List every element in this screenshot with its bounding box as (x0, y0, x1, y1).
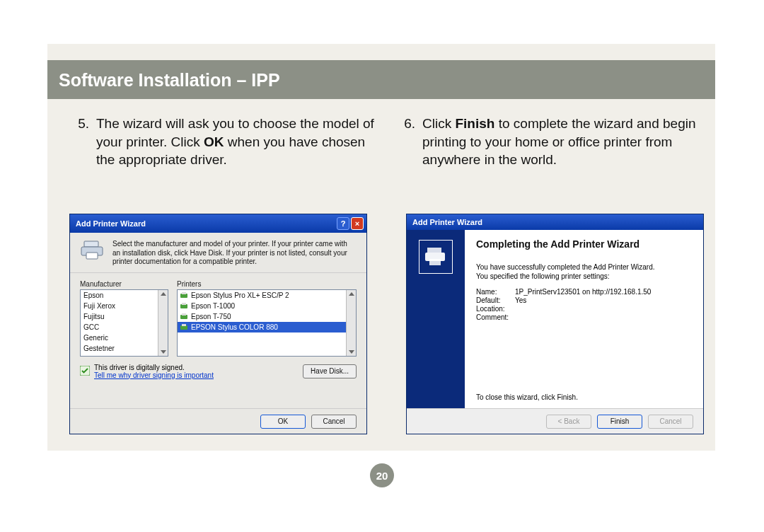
property-name: Location: (476, 305, 515, 313)
printer-model-icon (180, 323, 189, 330)
dialog-a-button-row: OK Cancel (70, 408, 366, 434)
step-6-bold: Finish (455, 116, 494, 131)
svg-rect-6 (182, 303, 186, 305)
page-number: 20 (376, 470, 388, 482)
printer-wizard-icon (419, 240, 453, 274)
add-printer-dialog-select: Add Printer Wizard ? × Select the manufa… (69, 214, 367, 434)
svg-rect-14 (429, 259, 441, 265)
manufacturer-item[interactable]: GCC (81, 322, 168, 332)
signed-check-icon (80, 366, 90, 377)
svg-rect-2 (86, 253, 98, 259)
dialog-a-lists: Manufacturer EpsonFuji XeroxFujitsuGCCGe… (70, 273, 366, 359)
svg-rect-10 (182, 324, 186, 326)
svg-rect-4 (182, 292, 186, 294)
manufacturer-label: Manufacturer (80, 280, 168, 288)
scrollbar[interactable] (346, 290, 356, 356)
dialog-a-title: Add Printer Wizard (76, 219, 146, 228)
add-printer-dialog-complete: Add Printer Wizard Completing the Add Pr… (406, 214, 704, 434)
signed-text: This driver is digitally signed. (94, 364, 214, 371)
dialog-b-body: Completing the Add Printer Wizard You ha… (407, 230, 703, 408)
property-row: Location: (476, 305, 692, 313)
dialog-b-main: Completing the Add Printer Wizard You ha… (465, 230, 703, 408)
ok-button[interactable]: OK (260, 415, 306, 429)
manufacturer-item[interactable]: Gestetner (81, 343, 168, 354)
dialog-b-button-row: < Back Finish Cancel (407, 408, 703, 434)
dialog-b-heading: Completing the Add Printer Wizard (476, 238, 692, 251)
printer-item[interactable]: EPSON Stylus COLOR 880 (178, 322, 356, 332)
step-5-number: 5. (71, 115, 96, 169)
svg-rect-12 (427, 248, 441, 253)
scrollbar[interactable] (158, 290, 168, 356)
manufacturer-item[interactable]: Epson (81, 290, 168, 301)
dialog-b-sidebar (407, 230, 465, 408)
have-disk-button[interactable]: Have Disk... (303, 364, 357, 378)
cancel-button[interactable]: Cancel (311, 415, 357, 429)
printer-item[interactable]: Epson T-750 (178, 311, 356, 322)
step-6-text: Click Finish to complete the wizard and … (422, 115, 707, 169)
property-name: Comment: (476, 313, 515, 321)
printers-list[interactable]: Epson Stylus Pro XL+ ESC/P 2Epson T-1000… (177, 289, 357, 357)
step-6: 6. Click Finish to complete the wizard a… (397, 115, 707, 169)
back-button[interactable]: < Back (546, 415, 591, 429)
step-6-number: 6. (397, 115, 422, 169)
dialog-a-titlebar[interactable]: Add Printer Wizard ? × (70, 214, 366, 233)
printers-label: Printers (177, 280, 357, 288)
property-name: Name: (476, 288, 515, 296)
signed-row: This driver is digitally signed. Tell me… (70, 359, 366, 381)
printer-model-icon (180, 291, 189, 299)
section-title-bar: Software Installation – IPP (47, 60, 715, 99)
cancel-button[interactable]: Cancel (648, 415, 693, 429)
printer-item-label: EPSON Stylus COLOR 880 (191, 322, 278, 332)
manufacturer-item[interactable]: Generic (81, 332, 168, 343)
printer-item-label: Epson T-1000 (191, 301, 235, 311)
printer-properties-table: Name:1P_PrintServ123501 on http://192.16… (476, 288, 692, 322)
signing-info-link[interactable]: Tell me why driver signing is important (94, 371, 214, 379)
property-row: Comment: (476, 313, 692, 321)
printers-column: Printers Epson Stylus Pro XL+ ESC/P 2Eps… (177, 280, 357, 357)
property-value: 1P_PrintServ123501 on http://192.168.1.5… (515, 288, 651, 296)
help-icon[interactable]: ? (337, 217, 349, 230)
section-title: Software Installation – IPP (59, 70, 280, 90)
dialog-b-titlebar[interactable]: Add Printer Wizard (407, 214, 703, 230)
dialog-a-intro-row: Select the manufacturer and model of you… (70, 233, 366, 273)
property-row: Default:Yes (476, 296, 692, 304)
svg-rect-8 (182, 313, 186, 316)
printer-icon (80, 240, 105, 261)
step-5-text: The wizard will ask you to choose the mo… (96, 115, 381, 169)
dialog-row: Add Printer Wizard ? × Select the manufa… (69, 214, 710, 434)
finish-button[interactable]: Finish (597, 415, 642, 429)
dialog-b-close-text: To close this wizard, click Finish. (476, 393, 692, 408)
printer-item[interactable]: Epson Stylus Pro XL+ ESC/P 2 (178, 290, 356, 301)
dialog-b-title: Add Printer Wizard (412, 218, 482, 226)
property-name: Default: (476, 296, 515, 304)
step-5-bold: OK (204, 134, 224, 149)
step-6-pre: Click (422, 116, 455, 131)
property-row: Name:1P_PrintServ123501 on http://192.16… (476, 288, 692, 296)
printer-model-icon (180, 302, 189, 309)
dialog-a-intro-text: Select the manufacturer and model of you… (112, 240, 357, 267)
manufacturer-item[interactable]: Fujitsu (81, 311, 168, 322)
step-5: 5. The wizard will ask you to choose the… (71, 115, 381, 169)
dialog-b-message: You have successfully completed the Add … (476, 262, 692, 281)
dialog-b-msg2: You specified the following printer sett… (476, 272, 610, 280)
instruction-row: 5. The wizard will ask you to choose the… (71, 115, 707, 169)
close-icon[interactable]: × (351, 217, 364, 230)
printer-item[interactable]: Epson T-1000 (178, 301, 356, 311)
printer-item-label: Epson T-750 (191, 311, 231, 322)
printer-item-label: Epson Stylus Pro XL+ ESC/P 2 (191, 290, 289, 301)
manufacturer-list[interactable]: EpsonFuji XeroxFujitsuGCCGenericGestetne… (80, 289, 168, 357)
svg-rect-0 (84, 241, 98, 247)
manufacturer-item[interactable]: Fuji Xerox (81, 301, 168, 311)
dialog-b-msg1: You have successfully completed the Add … (476, 263, 655, 271)
property-value: Yes (515, 296, 526, 304)
printer-model-icon (180, 313, 189, 320)
page-number-badge: 20 (370, 463, 394, 487)
manufacturer-column: Manufacturer EpsonFuji XeroxFujitsuGCCGe… (80, 280, 168, 357)
